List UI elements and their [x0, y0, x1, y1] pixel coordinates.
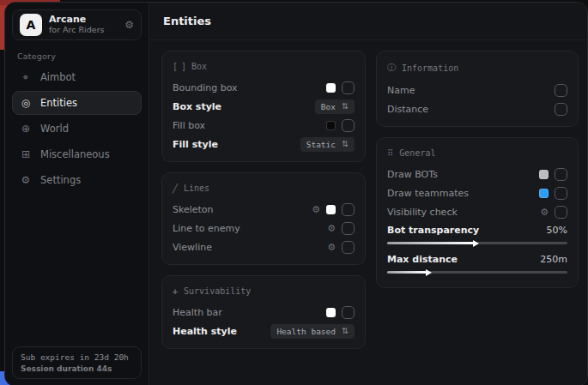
screen: A Arcane for Arc Riders Category Aimbot …	[0, 0, 588, 385]
card-information: Information Name Distance	[376, 51, 579, 127]
card-general: General Draw BOTs Draw teammates	[376, 137, 579, 288]
fill-box-checkbox[interactable]	[342, 119, 355, 132]
setting-row-box-style: Box style Box	[173, 97, 355, 116]
color-swatch[interactable]	[326, 308, 336, 317]
content: Box Bounding box Box style	[149, 40, 588, 349]
setting-row-bounding-box: Bounding box	[173, 78, 355, 97]
name-checkbox[interactable]	[555, 84, 567, 97]
setting-label: Line to enemy	[173, 223, 240, 234]
bot-transparency-slider-thumb[interactable]	[473, 240, 479, 247]
sub-expiry-text: Sub expires in 23d 20h	[21, 352, 133, 362]
setting-row-fill-style: Fill style Static	[173, 135, 355, 153]
dropdown-value: Static	[306, 140, 336, 149]
up-down-arrows-icon	[342, 102, 349, 111]
dropdown-value: Box	[321, 102, 336, 111]
setting-label: Visibility check	[387, 207, 458, 218]
color-swatch[interactable]	[326, 83, 336, 93]
main-panel: Entities Box Bounding box	[149, 3, 588, 385]
world-icon	[20, 123, 32, 135]
settings-icon	[20, 174, 32, 186]
draw-bots-checkbox[interactable]	[555, 168, 567, 181]
main-header: Entities	[149, 3, 588, 40]
health-bar-checkbox[interactable]	[342, 306, 355, 319]
viewline-config-gear-icon[interactable]	[327, 243, 336, 252]
general-icon	[387, 148, 393, 158]
config-gear-icon[interactable]	[124, 19, 134, 31]
card-survivability-header: Survivability	[173, 283, 355, 303]
viewline-checkbox[interactable]	[342, 241, 355, 254]
slider-fill	[387, 271, 427, 274]
box-style-dropdown[interactable]: Box	[315, 99, 355, 114]
skeleton-checkbox[interactable]	[342, 203, 355, 216]
session-duration-text: Session duration 44s	[21, 364, 133, 373]
slider-value: 50%	[547, 225, 567, 236]
slider-fill	[387, 242, 474, 244]
setting-row-draw-teammates: Draw teammates	[387, 183, 567, 202]
setting-row-name: Name	[387, 81, 567, 99]
sidebar-item-entities[interactable]: Entities	[12, 91, 142, 115]
cheat-menu-window: A Arcane for Arc Riders Category Aimbot …	[4, 2, 588, 385]
setting-label: Distance	[387, 104, 428, 115]
setting-row-visibility-check: Visibility check	[387, 202, 567, 221]
setting-row-health-style: Health style Health based	[173, 322, 355, 340]
setting-label: Fill style	[173, 139, 218, 150]
setting-label: Draw BOTs	[387, 169, 438, 180]
color-swatch[interactable]	[539, 189, 549, 198]
max-distance-slider-thumb[interactable]	[426, 269, 432, 276]
setting-row-distance: Distance	[387, 99, 567, 118]
bot-transparency-slider-track[interactable]	[387, 242, 567, 244]
line-icon	[173, 183, 178, 193]
setting-row-line-to-enemy: Line to enemy	[173, 219, 355, 238]
information-icon	[387, 62, 396, 74]
max-distance-slider-track[interactable]	[387, 271, 567, 274]
card-title: Survivability	[184, 286, 251, 296]
color-swatch[interactable]	[326, 121, 336, 130]
setting-label: Box style	[173, 101, 221, 112]
visibility-check-checkbox[interactable]	[555, 206, 567, 219]
slider-value: 250m	[540, 254, 567, 265]
card-title: Lines	[184, 183, 209, 193]
bounding-box-checkbox[interactable]	[342, 81, 355, 94]
dropdown-value: Health based	[276, 327, 336, 336]
entities-icon	[20, 97, 32, 109]
color-swatch[interactable]	[539, 170, 549, 179]
health-style-dropdown[interactable]: Health based	[270, 324, 355, 339]
card-survivability: Survivability Health bar Health style	[161, 275, 366, 349]
setting-label: Viewline	[173, 242, 212, 253]
logo-badge: A	[20, 14, 42, 36]
visibility-check-config-gear-icon[interactable]	[540, 208, 549, 217]
app-title: Arcane	[49, 15, 105, 26]
card-lines-header: Lines	[173, 180, 355, 200]
sidebar-item-world[interactable]: World	[12, 117, 142, 141]
line-to-enemy-config-gear-icon[interactable]	[327, 224, 336, 233]
sidebar-item-aimbot[interactable]: Aimbot	[12, 65, 142, 89]
slider-label: Max distance	[387, 254, 458, 265]
card-title: Information	[402, 63, 458, 73]
slider-bot-transparency: Bot transparency 50%	[387, 221, 567, 250]
setting-label: Bounding box	[173, 82, 238, 93]
column-right: Information Name Distance	[376, 51, 579, 349]
card-information-header: Information	[387, 58, 567, 81]
sidebar: A Arcane for Arc Riders Category Aimbot …	[5, 3, 149, 385]
draw-teammates-checkbox[interactable]	[555, 187, 567, 200]
sidebar-item-settings[interactable]: Settings	[12, 168, 142, 192]
line-to-enemy-checkbox[interactable]	[342, 222, 355, 235]
logo-card: A Arcane for Arc Riders	[12, 9, 142, 40]
sidebar-item-miscellaneous[interactable]: Miscellaneous	[12, 142, 142, 166]
fill-style-dropdown[interactable]: Static	[300, 137, 355, 152]
color-swatch[interactable]	[326, 205, 336, 214]
setting-label: Draw teammates	[387, 188, 469, 199]
setting-row-fill-box: Fill box	[173, 116, 355, 135]
setting-label: Fill box	[173, 120, 205, 131]
distance-checkbox[interactable]	[555, 103, 567, 116]
subscription-info: Sub expires in 23d 20h Session duration …	[12, 346, 142, 379]
card-general-header: General	[387, 145, 567, 165]
skeleton-config-gear-icon[interactable]	[312, 205, 320, 214]
setting-label: Skeleton	[173, 204, 214, 215]
aimbot-icon	[20, 71, 32, 83]
card-box-header: Box	[173, 58, 355, 78]
up-down-arrows-icon	[342, 140, 349, 148]
setting-row-draw-bots: Draw BOTs	[387, 165, 567, 183]
slider-label: Bot transparency	[387, 225, 479, 236]
setting-label: Health bar	[173, 307, 222, 318]
